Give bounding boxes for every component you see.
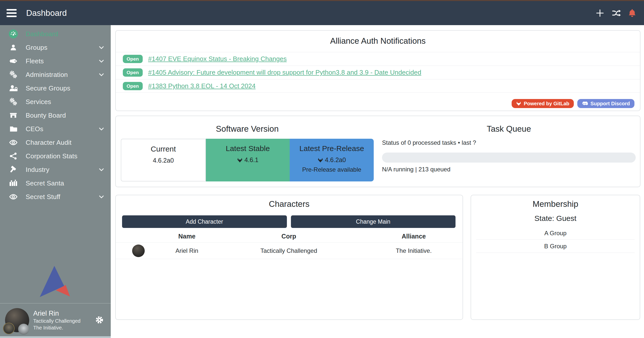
sidebar-item-services[interactable]: Services bbox=[0, 95, 111, 109]
gears-icon bbox=[9, 70, 18, 79]
eye-icon bbox=[9, 192, 18, 202]
prerelease-note: Pre-Release available bbox=[302, 166, 361, 173]
sidebar-item-dashboard[interactable]: Dashboard bbox=[0, 27, 111, 41]
version-boxes: Current 4.6.2a0 Latest Stable 4.6.1 Late… bbox=[121, 139, 374, 181]
share-nodes-icon bbox=[9, 151, 18, 161]
prerelease-label: Latest Pre-Release bbox=[299, 144, 364, 153]
sidebar: Dashboard Groups Fleets Administration S… bbox=[0, 25, 111, 338]
add-icon[interactable] bbox=[595, 8, 605, 18]
settings-gear-icon[interactable] bbox=[95, 315, 104, 325]
sidebar-item-label: Secret Santa bbox=[26, 179, 64, 187]
add-character-button[interactable]: Add Character bbox=[122, 215, 287, 228]
chevron-down-icon bbox=[98, 166, 105, 173]
notifications-title: Alliance Auth Notifications bbox=[116, 36, 640, 46]
notifications-bell-icon[interactable] bbox=[627, 8, 637, 18]
chevron-down-icon bbox=[98, 71, 105, 78]
chevron-down-icon bbox=[98, 57, 105, 65]
notification-row: Open #1407 EVE Equinox Status - Breaking… bbox=[116, 52, 640, 66]
user-panel[interactable]: Ariel Rin Tactically Challenged The Init… bbox=[0, 306, 111, 334]
user-alliance: The Initiative. bbox=[33, 324, 81, 331]
status-badge: Open bbox=[123, 68, 143, 77]
sidebar-item-ceos[interactable]: CEOs bbox=[0, 122, 111, 136]
status-badge: Open bbox=[123, 82, 143, 90]
gitlab-badge-label: Powered by GitLab bbox=[524, 101, 569, 106]
shuffle-icon[interactable] bbox=[611, 8, 621, 18]
sidebar-bottom-strip bbox=[0, 336, 111, 338]
sidebar-item-label: Secret Stuff bbox=[26, 193, 60, 201]
eye-icon bbox=[9, 138, 18, 147]
software-version-title: Software Version bbox=[121, 124, 374, 134]
powered-by-gitlab-badge[interactable]: Powered by GitLab bbox=[512, 99, 574, 108]
sidebar-item-label: Secure Groups bbox=[26, 84, 70, 92]
support-discord-badge[interactable]: Support Discord bbox=[577, 99, 634, 108]
sidebar-item-corporation-stats[interactable]: Corporation Stats bbox=[0, 149, 111, 163]
current-version: 4.6.2a0 bbox=[153, 157, 174, 164]
sidebar-item-secret-santa[interactable]: Secret Santa bbox=[0, 176, 111, 190]
sidebar-item-fleets[interactable]: Fleets bbox=[0, 54, 111, 68]
sidebar-item-label: Services bbox=[26, 98, 51, 106]
dashboard-gauge-icon bbox=[9, 29, 18, 39]
software-version-panel: Software Version Current 4.6.2a0 Latest … bbox=[115, 116, 640, 187]
membership-group: B Group bbox=[476, 240, 635, 253]
membership-group: A Group bbox=[476, 227, 635, 240]
corp-logo-badge bbox=[3, 323, 15, 334]
sidebar-divider bbox=[0, 303, 111, 304]
character-corp: Tactically Challenged bbox=[213, 247, 365, 254]
sidebar-item-groups[interactable]: Groups bbox=[0, 41, 111, 54]
menu-toggle-icon[interactable] bbox=[7, 9, 17, 17]
sidebar-item-administration[interactable]: Administration bbox=[0, 68, 111, 81]
gitlab-tanuki-icon bbox=[318, 157, 323, 163]
stable-version: 4.6.1 bbox=[244, 156, 258, 164]
character-name: Ariel Rin bbox=[161, 247, 213, 254]
alliance-logo-badge bbox=[18, 324, 29, 335]
latest-stable-box: Latest Stable 4.6.1 bbox=[206, 139, 290, 181]
sidebar-item-bounty-board[interactable]: Bounty Board bbox=[0, 109, 111, 122]
main-content: Alliance Auth Notifications Open #1407 E… bbox=[111, 25, 644, 338]
notification-link[interactable]: #1407 EVE Equinox Status - Breaking Chan… bbox=[148, 55, 287, 63]
current-version-box: Current 4.6.2a0 bbox=[121, 139, 206, 181]
gifts-icon bbox=[9, 178, 18, 188]
sidebar-item-label: Character Audit bbox=[26, 139, 71, 147]
prerelease-version: 4.6.2a0 bbox=[325, 156, 346, 164]
person-lock-icon bbox=[9, 83, 18, 93]
hammer-icon bbox=[9, 165, 18, 174]
header-alliance: Alliance bbox=[365, 233, 463, 240]
latest-prerelease-box: Latest Pre-Release 4.6.2a0 Pre-Release a… bbox=[290, 139, 374, 181]
sidebar-item-label: Industry bbox=[26, 166, 49, 174]
notification-link[interactable]: #1405 Advisory: Future development will … bbox=[148, 69, 421, 76]
gears-icon bbox=[9, 97, 18, 107]
notification-link[interactable]: #1383 Python 3.8 EOL - 14 Oct 2024 bbox=[148, 82, 256, 90]
header-corp: Corp bbox=[213, 233, 365, 240]
sidebar-item-secure-groups[interactable]: Secure Groups bbox=[0, 81, 111, 95]
folder-icon bbox=[9, 124, 18, 134]
sidebar-item-label: CEOs bbox=[26, 125, 43, 133]
storefront-icon bbox=[9, 111, 18, 120]
sidebar-item-industry[interactable]: Industry bbox=[0, 163, 111, 176]
header-name: Name bbox=[161, 233, 213, 240]
characters-table-header: Name Corp Alliance bbox=[116, 230, 463, 242]
notifications-panel: Alliance Auth Notifications Open #1407 E… bbox=[115, 30, 640, 111]
characters-title: Characters bbox=[116, 199, 463, 209]
sidebar-item-label: Administration bbox=[26, 71, 68, 79]
task-queue-status: Status of 0 processed tasks • last ? bbox=[382, 139, 476, 146]
task-queue-summary: N/A running | 213 queued bbox=[382, 166, 450, 173]
task-queue-title: Task Queue bbox=[382, 124, 636, 134]
gitlab-tanuki-icon bbox=[237, 157, 243, 163]
top-navbar: Dashboard bbox=[0, 0, 644, 25]
current-label: Current bbox=[151, 145, 176, 153]
character-row-avatar bbox=[132, 245, 145, 257]
sidebar-item-character-audit[interactable]: Character Audit bbox=[0, 136, 111, 149]
chevron-down-icon bbox=[98, 125, 105, 133]
character-table-row: Ariel Rin Tactically Challenged The Init… bbox=[116, 243, 463, 259]
change-main-button[interactable]: Change Main bbox=[291, 215, 456, 228]
page-title: Dashboard bbox=[26, 8, 67, 18]
sidebar-item-label: Dashboard bbox=[26, 30, 58, 38]
chevron-down-icon bbox=[98, 44, 105, 51]
rocket-icon bbox=[9, 56, 18, 66]
membership-state: State: Guest bbox=[471, 214, 640, 223]
discord-badge-label: Support Discord bbox=[590, 101, 630, 106]
notification-row: Open #1383 Python 3.8 EOL - 14 Oct 2024 bbox=[116, 79, 640, 93]
sidebar-item-secret-stuff[interactable]: Secret Stuff bbox=[0, 190, 111, 204]
sidebar-item-label: Corporation Stats bbox=[26, 152, 78, 160]
sidebar-item-label: Groups bbox=[26, 44, 47, 52]
